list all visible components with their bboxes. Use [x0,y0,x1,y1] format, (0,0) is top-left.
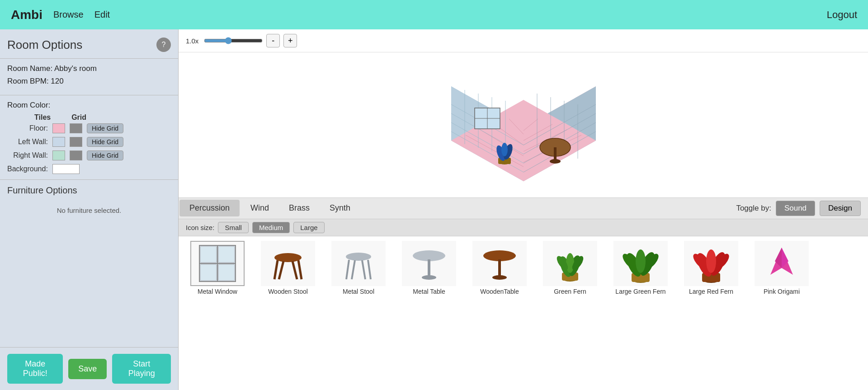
large-green-fern-svg [620,243,661,284]
left-wall-tile-swatch[interactable] [52,137,65,147]
tab-brass[interactable]: Brass [279,200,320,216]
furniture-item-metal-stool[interactable]: Metal Stool [327,241,390,295]
right-wall-grid-swatch[interactable] [70,150,82,160]
logout-button[interactable]: Logout [827,9,857,21]
green-fern-svg [550,243,590,284]
zoom-slider[interactable] [204,37,263,44]
floor-grid-swatch[interactable] [70,123,82,133]
svg-rect-40 [219,265,234,280]
toggle-section: Toggle by: Sound Design [736,201,868,216]
tiles-col-header: Tiles [34,113,51,122]
help-button[interactable]: ? [156,38,171,52]
metal-stool-svg [338,243,379,284]
svg-line-42 [274,260,278,279]
sidebar: Room Options ? Room Name: Abby's room Ro… [0,29,179,390]
app-header: Ambi Browse Edit Logout [0,0,868,29]
save-button[interactable]: Save [68,359,107,379]
furniture-image-green-fern [543,241,597,286]
svg-line-43 [298,260,302,279]
svg-point-53 [422,275,436,280]
right-wall-hide-grid-button[interactable]: Hide Grid [87,150,123,160]
furniture-image-metal-stool [331,241,386,286]
size-medium-button[interactable]: Medium [252,222,290,233]
size-small-button[interactable]: Small [218,222,249,233]
floor-tile-swatch[interactable] [52,123,65,133]
icon-size-bar: Icon size: Small Medium Large [179,219,868,236]
furniture-label-metal-stool: Metal Stool [343,288,374,295]
furniture-image-wooden-table [472,241,527,286]
zoom-label: 1.0x [186,37,198,45]
floor-label: Floor: [7,124,48,132]
background-label: Background: [7,165,48,173]
svg-line-49 [352,260,355,279]
furniture-item-large-green-fern[interactable]: Large Green Fern [609,241,672,295]
furniture-item-pink-origami[interactable]: Pink Origami [750,241,813,295]
furniture-label-large-green-fern: Large Green Fern [615,288,665,295]
metal-table-svg [409,243,449,284]
right-wall-tile-swatch[interactable] [52,150,65,160]
svg-line-47 [346,260,349,279]
start-playing-button[interactable]: Start Playing [112,354,171,384]
zoom-bar: 1.0x - + [179,29,868,52]
svg-rect-38 [219,247,234,262]
svg-rect-52 [428,259,430,277]
room-bpm-value: 120 [51,77,63,85]
furniture-label-wooden-table: WoodenTable [480,288,519,295]
tab-percussion[interactable]: Percussion [179,200,240,216]
right-wall-color-row: Right Wall: Hide Grid [7,150,171,160]
tab-wind[interactable]: Wind [241,200,279,216]
room-canvas[interactable] [179,52,868,197]
room-details: Room Name: Abby's room Room BPM: 120 [0,59,178,95]
left-wall-grid-swatch[interactable] [70,137,82,147]
room-color-section: Room Color: Tiles Grid Floor: Hide Grid … [0,95,178,180]
svg-point-75 [706,249,716,273]
left-wall-label: Left Wall: [7,138,48,146]
svg-rect-39 [201,265,216,280]
header-left: Ambi Browse Edit [11,8,110,22]
furniture-item-green-fern[interactable]: Green Fern [538,241,602,295]
floor-hide-grid-button[interactable]: Hide Grid [87,123,123,133]
toggle-label: Toggle by: [736,204,771,213]
instrument-tabs-bar: Percussion Wind Brass Synth Toggle by: S… [179,197,868,219]
color-table-header: Tiles Grid [7,113,171,123]
furniture-label-metal-window: Metal Window [198,288,237,295]
room-bpm-row: Room BPM: 120 [7,77,171,86]
size-large-button[interactable]: Large [293,222,324,233]
svg-line-45 [292,261,297,279]
metal-window-svg [197,243,238,284]
icon-size-label: Icon size: [186,224,214,231]
furniture-item-wooden-stool[interactable]: Wooden Stool [256,241,320,295]
room-name-row: Room Name: Abby's room [7,64,171,73]
svg-point-31 [501,143,508,156]
furniture-image-pink-origami [755,241,809,286]
background-color-swatch[interactable] [52,164,80,174]
svg-line-44 [279,261,283,279]
toggle-sound-button[interactable]: Sound [776,201,815,216]
svg-point-68 [636,249,646,273]
left-wall-hide-grid-button[interactable]: Hide Grid [87,137,123,147]
zoom-minus-button[interactable]: - [266,34,280,47]
room-options-title: Room Options [7,38,82,52]
svg-rect-32 [554,147,557,161]
furniture-item-metal-table[interactable]: Metal Table [397,241,461,295]
furniture-image-metal-window [190,241,245,286]
toggle-design-button[interactable]: Design [820,201,861,216]
furniture-item-metal-window[interactable]: Metal Window [186,241,249,295]
nav-edit[interactable]: Edit [94,9,110,20]
furniture-label-wooden-stool: Wooden Stool [268,288,308,295]
right-wall-label: Right Wall: [7,151,48,160]
furniture-image-wooden-stool [261,241,315,286]
main-layout: Room Options ? Room Name: Abby's room Ro… [0,29,868,390]
right-panel: 1.0x - + [179,29,868,390]
svg-point-61 [566,253,574,273]
nav-browse[interactable]: Browse [53,9,84,20]
furniture-image-metal-table [402,241,456,286]
made-public-button[interactable]: Made Public! [7,354,63,384]
furniture-item-large-red-fern[interactable]: Large Red Fern [679,241,743,295]
zoom-plus-button[interactable]: + [283,34,297,47]
furniture-item-wooden-table[interactable]: WoodenTable [468,241,531,295]
grid-col-header: Grid [71,113,86,122]
furniture-label-metal-table: Metal Table [413,288,445,295]
pink-origami-svg [761,243,802,284]
tab-synth[interactable]: Synth [320,200,360,216]
